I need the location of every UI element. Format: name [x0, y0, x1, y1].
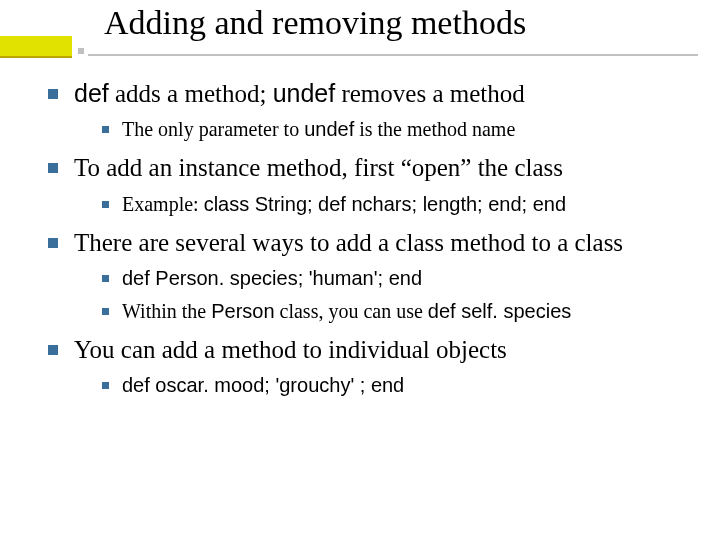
code-run: def self. species — [428, 300, 571, 322]
text-run: There are several ways to add a class me… — [74, 229, 623, 256]
text-run: class, you can use — [275, 300, 428, 322]
list-item: Example: class String; def nchars; lengt… — [102, 192, 692, 217]
code-run: def oscar. mood; 'grouchy' ; end — [122, 374, 404, 396]
code-run: undef — [273, 79, 336, 107]
code-run: def — [74, 79, 109, 107]
title-bar: Adding and removing methods — [0, 0, 720, 68]
title-underline — [88, 54, 698, 56]
accent-band — [0, 36, 72, 58]
page-title: Adding and removing methods — [104, 4, 526, 42]
text-run: is the method name — [354, 118, 515, 140]
code-run: def Person. species; 'human'; end — [122, 267, 422, 289]
bullet-list: def adds a method; undef removes a metho… — [0, 78, 720, 398]
code-run: class String; def nchars; length; end; e… — [204, 193, 566, 215]
code-run: undef — [304, 118, 354, 140]
text-run: Within the — [122, 300, 211, 322]
sub-list: def Person. species; 'human'; end Within… — [74, 266, 692, 324]
list-item: def Person. species; 'human'; end — [102, 266, 692, 291]
list-item: The only parameter to undef is the metho… — [102, 117, 692, 142]
list-item: There are several ways to add a class me… — [48, 227, 692, 324]
sub-list: Example: class String; def nchars; lengt… — [74, 192, 692, 217]
code-run: Person — [211, 300, 274, 322]
accent-dot — [78, 48, 84, 54]
text-run: Example: — [122, 193, 204, 215]
list-item: Within the Person class, you can use def… — [102, 299, 692, 324]
text-run: To add an instance method, first “open” … — [74, 154, 563, 181]
list-item: You can add a method to individual objec… — [48, 334, 692, 398]
text-run: removes a method — [335, 80, 525, 107]
text-run: The only parameter to — [122, 118, 304, 140]
text-run: adds a method; — [109, 80, 273, 107]
list-item: To add an instance method, first “open” … — [48, 152, 692, 216]
sub-list: def oscar. mood; 'grouchy' ; end — [74, 373, 692, 398]
list-item: def oscar. mood; 'grouchy' ; end — [102, 373, 692, 398]
sub-list: The only parameter to undef is the metho… — [74, 117, 692, 142]
slide: Adding and removing methods def adds a m… — [0, 0, 720, 540]
list-item: def adds a method; undef removes a metho… — [48, 78, 692, 142]
text-run: You can add a method to individual objec… — [74, 336, 507, 363]
